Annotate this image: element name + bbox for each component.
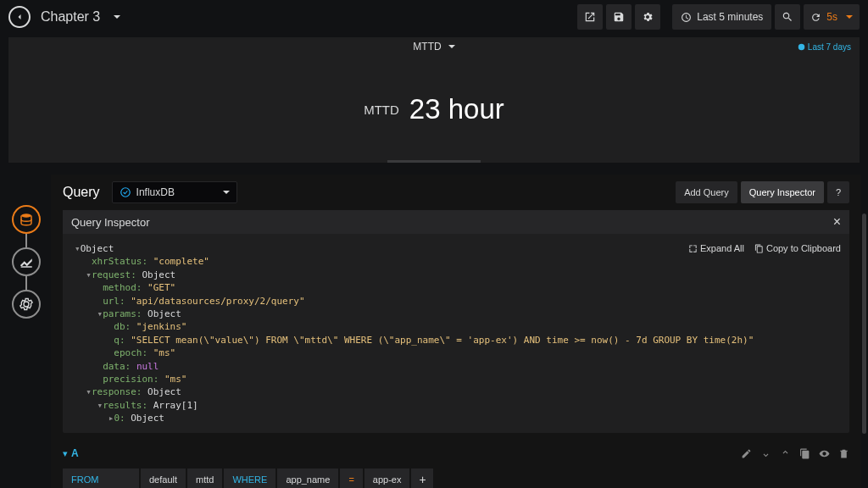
share-icon	[584, 11, 596, 23]
editor-header-left: Query InfluxDB	[63, 181, 237, 203]
clock-icon	[681, 12, 692, 23]
time-override-indicator[interactable]: Last 7 days	[798, 42, 851, 52]
tag-key-segment[interactable]: app_name	[277, 469, 338, 488]
expand-all-button[interactable]: Expand All	[688, 242, 744, 255]
inspector-title: Query Inspector	[71, 216, 150, 229]
back-button[interactable]	[8, 6, 31, 28]
stat-panel: MTTD Last 7 days MTTD 23 hour	[8, 37, 860, 163]
stat-value-row: MTTD 23 hour	[364, 56, 504, 163]
tab-connector	[25, 276, 27, 290]
inspector-body: Expand All Copy to Clipboard ▾Object xhr…	[63, 234, 849, 433]
query-row-actions	[741, 448, 849, 459]
panel-resize-handle[interactable]	[387, 160, 481, 163]
copy-clipboard-button[interactable]: Copy to Clipboard	[754, 242, 841, 255]
panel-title-row[interactable]: MTTD	[8, 37, 860, 56]
eye-icon[interactable]	[819, 448, 830, 459]
tab-general[interactable]	[12, 290, 41, 319]
stat-prefix-label: MTTD	[364, 103, 399, 117]
tab-connector	[25, 234, 27, 247]
query-row-header: ▾ A	[63, 443, 849, 463]
query-row-toggle[interactable]: ▾ A	[63, 447, 79, 459]
add-tag-button[interactable]: +	[411, 469, 433, 488]
inspector-actions: Expand All Copy to Clipboard	[688, 242, 841, 255]
help-button[interactable]: ?	[827, 181, 849, 203]
editor-tab-strip	[12, 205, 41, 319]
refresh-interval-label: 5s	[826, 11, 837, 23]
inspector-close-button[interactable]: ×	[833, 214, 841, 230]
datasource-select[interactable]: InfluxDB	[112, 181, 237, 203]
tab-query[interactable]	[12, 205, 41, 234]
database-icon	[19, 212, 34, 227]
measurement-segment[interactable]: mttd	[187, 469, 222, 488]
pencil-icon[interactable]	[741, 448, 752, 459]
gear-icon	[642, 11, 654, 23]
clipboard-icon	[754, 244, 764, 253]
query-editor: Query InfluxDB Add Query Query Inspector…	[51, 175, 861, 488]
operator-segment[interactable]: =	[340, 469, 362, 488]
svg-point-1	[120, 188, 130, 197]
json-tree[interactable]: ▾Object xhrStatus: "complete" ▾request: …	[75, 242, 837, 424]
from-keyword[interactable]: FROM	[63, 469, 139, 488]
tab-visualization[interactable]	[12, 247, 41, 276]
add-query-button[interactable]: Add Query	[676, 181, 737, 203]
tag-value-segment[interactable]: app-ex	[364, 469, 410, 488]
editor-tab-label: Query	[63, 185, 100, 200]
settings-button[interactable]	[635, 4, 660, 30]
stat-value: 23 hour	[409, 93, 504, 125]
influxdb-icon	[120, 186, 131, 198]
editor-header: Query InfluxDB Add Query Query Inspector…	[51, 175, 861, 210]
expand-icon	[688, 244, 698, 253]
copy-icon[interactable]	[799, 448, 810, 459]
inspector-header: Query Inspector ×	[63, 210, 849, 234]
query-inspector-button[interactable]: Query Inspector	[741, 181, 824, 203]
editor-scrollbar[interactable]	[862, 214, 866, 434]
query-builder-row: FROM default mttd WHERE app_name = app-e…	[63, 469, 849, 488]
refresh-button[interactable]: 5s	[804, 4, 860, 30]
clock-icon	[798, 43, 805, 51]
where-keyword[interactable]: WHERE	[224, 469, 275, 488]
datasource-name: InfluxDB	[136, 186, 175, 198]
save-icon	[613, 11, 625, 23]
dashboard-title[interactable]: Chapter 3	[37, 9, 103, 25]
share-button[interactable]	[577, 4, 603, 30]
query-inspector-panel: Query Inspector × Expand All Copy to Cli…	[63, 210, 849, 433]
svg-point-0	[21, 214, 31, 218]
panel-title: MTTD	[413, 41, 441, 53]
title-caret-icon[interactable]	[114, 15, 120, 19]
time-override-label: Last 7 days	[808, 42, 851, 52]
retention-policy-segment[interactable]: default	[141, 469, 186, 488]
refresh-caret-icon	[846, 15, 853, 19]
arrow-down-icon[interactable]	[760, 448, 771, 459]
chevron-down-icon: ▾	[63, 448, 68, 459]
search-icon	[782, 11, 793, 23]
time-range-button[interactable]: Last 5 minutes	[672, 4, 771, 30]
editor-header-right: Add Query Query Inspector ?	[676, 181, 849, 203]
time-range-label: Last 5 minutes	[697, 11, 763, 23]
datasource-caret-icon	[223, 191, 230, 194]
query-letter: A	[71, 447, 79, 459]
gear-outline-icon	[19, 297, 34, 312]
arrow-left-icon	[14, 12, 25, 22]
panel-caret-icon	[448, 45, 455, 48]
refresh-icon	[810, 12, 821, 23]
top-right-group: Last 5 minutes 5s	[577, 4, 860, 30]
trash-icon[interactable]	[838, 448, 849, 459]
top-bar: Chapter 3 Last 5 minutes 5s	[0, 0, 868, 34]
chart-icon	[19, 254, 34, 269]
save-button[interactable]	[606, 4, 632, 30]
zoom-out-button[interactable]	[775, 4, 800, 30]
arrow-up-icon[interactable]	[780, 448, 791, 459]
top-left-group: Chapter 3	[8, 6, 120, 28]
